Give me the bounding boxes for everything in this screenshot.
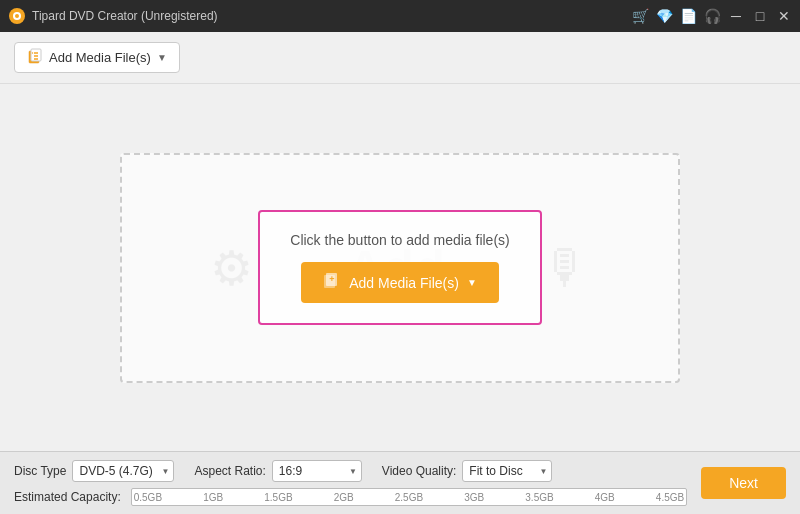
title-bar: Tipard DVD Creator (Unregistered) 🛒 💎 📄 … (0, 0, 800, 32)
capacity-bar-labels: 0.5GB 1GB 1.5GB 2GB 2.5GB 3GB 3.5GB 4GB … (132, 492, 686, 503)
aspect-ratio-label: Aspect Ratio: (194, 464, 265, 478)
cap-label-3: 2GB (334, 492, 354, 503)
add-media-toolbar-label: Add Media File(s) (49, 50, 151, 65)
video-quality-label: Video Quality: (382, 464, 457, 478)
svg-point-2 (15, 14, 19, 18)
toolbar: Add Media File(s) ▼ (0, 32, 800, 84)
add-media-center-button[interactable]: + Add Media File(s) ▼ (301, 262, 499, 303)
aspect-ratio-group: Aspect Ratio: 16:9 (194, 460, 361, 482)
add-media-toolbar-icon (27, 48, 43, 67)
drop-zone[interactable]: ⚙ Add 🎙 Click the button to add media fi… (120, 153, 680, 383)
aspect-ratio-select-wrapper: 16:9 (272, 460, 362, 482)
close-icon[interactable]: ✕ (776, 8, 792, 24)
disc-type-select[interactable]: DVD-5 (4.7G) (72, 460, 174, 482)
video-quality-select[interactable]: Fit to Disc (462, 460, 552, 482)
video-quality-group: Video Quality: Fit to Disc (382, 460, 553, 482)
window-title: Tipard DVD Creator (Unregistered) (32, 9, 632, 23)
maximize-icon[interactable]: □ (752, 8, 768, 24)
diamond-icon[interactable]: 💎 (656, 8, 672, 24)
cap-label-1: 1GB (203, 492, 223, 503)
main-content: Add Media File(s) ▼ ⚙ Add 🎙 Click the bu… (0, 32, 800, 514)
next-button[interactable]: Next (701, 467, 786, 499)
ghost-icon-1: ⚙ (210, 240, 253, 296)
ghost-icon-2: 🎙 (542, 240, 590, 295)
video-quality-select-wrapper: Fit to Disc (462, 460, 552, 482)
cap-label-5: 3GB (464, 492, 484, 503)
aspect-ratio-select[interactable]: 16:9 (272, 460, 362, 482)
cap-label-6: 3.5GB (525, 492, 553, 503)
settings-row: Disc Type DVD-5 (4.7G) Aspect Ratio: 16:… (14, 460, 687, 482)
click-prompt-text: Click the button to add media file(s) (290, 232, 509, 248)
center-prompt-box: Click the button to add media file(s) + … (258, 210, 541, 325)
cap-label-8: 4.5GB (656, 492, 684, 503)
toolbar-dropdown-arrow-icon: ▼ (157, 52, 167, 63)
bottom-bar: Disc Type DVD-5 (4.7G) Aspect Ratio: 16:… (0, 451, 800, 514)
cap-label-2: 1.5GB (264, 492, 292, 503)
cart-icon[interactable]: 🛒 (632, 8, 648, 24)
drop-zone-area: ⚙ Add 🎙 Click the button to add media fi… (0, 84, 800, 451)
cap-label-7: 4GB (595, 492, 615, 503)
svg-text:+: + (330, 274, 335, 284)
fields-and-bar: Disc Type DVD-5 (4.7G) Aspect Ratio: 16:… (14, 460, 687, 506)
window-controls: 🛒 💎 📄 🎧 ─ □ ✕ (632, 8, 792, 24)
cap-label-4: 2.5GB (395, 492, 423, 503)
app-logo (8, 7, 26, 25)
add-media-toolbar-button[interactable]: Add Media File(s) ▼ (14, 42, 180, 73)
add-media-center-label: Add Media File(s) (349, 275, 459, 291)
cap-label-0: 0.5GB (134, 492, 162, 503)
center-btn-dropdown-icon: ▼ (467, 277, 477, 288)
file-icon[interactable]: 📄 (680, 8, 696, 24)
estimated-capacity-label: Estimated Capacity: (14, 490, 121, 504)
capacity-bar: 0.5GB 1GB 1.5GB 2GB 2.5GB 3GB 3.5GB 4GB … (131, 488, 687, 506)
disc-type-label: Disc Type (14, 464, 66, 478)
minimize-icon[interactable]: ─ (728, 8, 744, 24)
capacity-row: Estimated Capacity: 0.5GB 1GB 1.5GB 2GB … (14, 488, 687, 506)
headset-icon[interactable]: 🎧 (704, 8, 720, 24)
add-media-center-icon: + (323, 272, 341, 293)
disc-type-group: Disc Type DVD-5 (4.7G) (14, 460, 174, 482)
disc-type-select-wrapper: DVD-5 (4.7G) (72, 460, 174, 482)
